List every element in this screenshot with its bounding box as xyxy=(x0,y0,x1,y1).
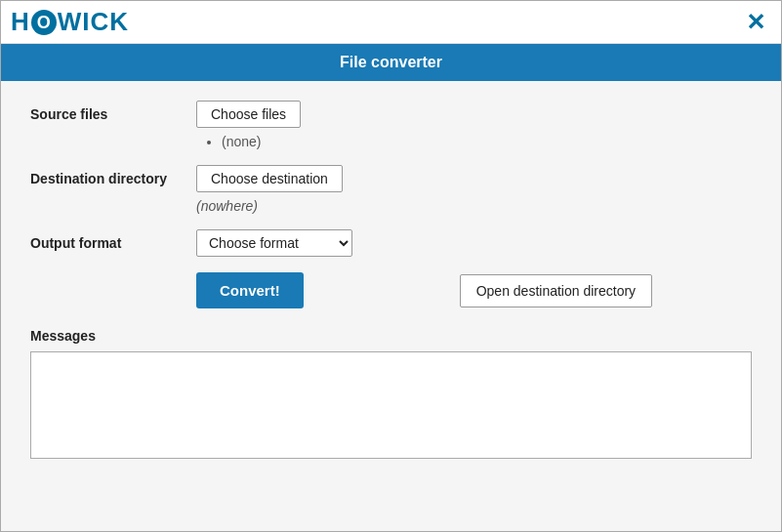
destination-row: Destination directory Choose destination… xyxy=(30,165,752,214)
messages-section: Messages xyxy=(30,328,752,462)
choose-files-button[interactable]: Choose files xyxy=(196,101,301,128)
destination-field: Choose destination (nowhere) xyxy=(196,165,752,214)
page-title: File converter xyxy=(340,54,442,70)
open-destination-button[interactable]: Open destination directory xyxy=(460,274,652,307)
file-list: (none) xyxy=(196,134,752,149)
close-button[interactable]: ✕ xyxy=(740,9,771,36)
destination-label: Destination directory xyxy=(30,165,196,186)
format-select[interactable]: Choose format PDF DOCX CSV TXT xyxy=(196,229,352,257)
output-format-label: Output format xyxy=(30,229,196,251)
logo-h: H xyxy=(11,7,30,37)
logo-o-icon: O xyxy=(31,10,57,35)
messages-label: Messages xyxy=(30,328,752,344)
choose-destination-button[interactable]: Choose destination xyxy=(196,165,343,192)
actions-row: Convert! Open destination directory xyxy=(196,272,752,308)
messages-textarea[interactable] xyxy=(30,351,752,459)
source-files-label: Source files xyxy=(30,101,196,122)
logo-wick: WICK xyxy=(58,7,129,37)
title-bar: H O WICK ✕ xyxy=(1,1,781,44)
content-area: Source files Choose files (none) Destina… xyxy=(1,81,781,531)
source-files-row: Source files Choose files (none) xyxy=(30,101,752,149)
main-window: H O WICK ✕ File converter Source files C… xyxy=(0,0,782,532)
file-list-item: (none) xyxy=(222,134,752,149)
convert-button[interactable]: Convert! xyxy=(196,272,304,308)
destination-value: (nowhere) xyxy=(196,198,752,214)
output-format-field: Choose format PDF DOCX CSV TXT xyxy=(196,229,752,257)
output-format-row: Output format Choose format PDF DOCX CSV… xyxy=(30,229,752,257)
logo: H O WICK xyxy=(11,7,129,37)
section-header: File converter xyxy=(1,44,781,81)
source-files-field: Choose files (none) xyxy=(196,101,752,149)
